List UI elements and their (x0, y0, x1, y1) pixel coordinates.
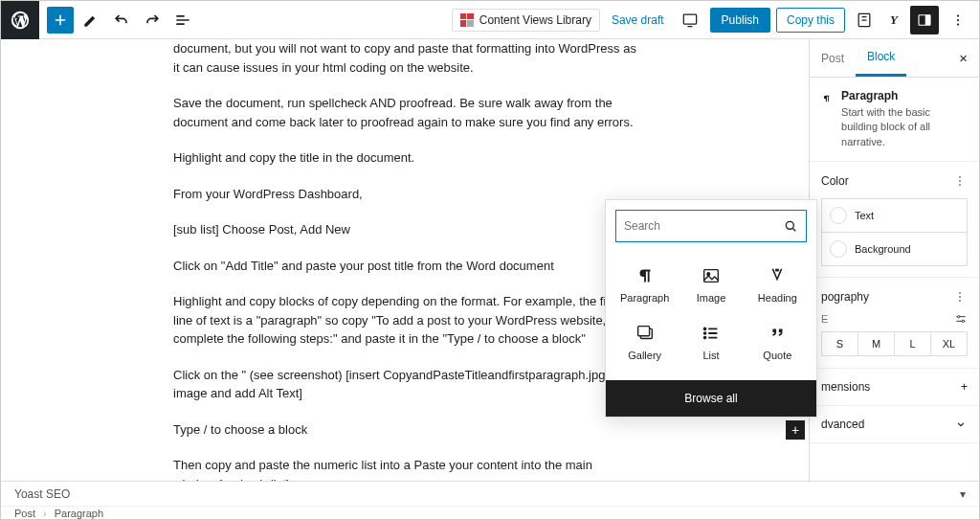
redo-icon[interactable] (139, 7, 166, 34)
svg-point-11 (959, 296, 961, 298)
tab-post[interactable]: Post (810, 41, 856, 76)
caret-down-icon[interactable]: ▾ (960, 487, 966, 501)
svg-point-23 (704, 337, 706, 339)
add-block-button[interactable] (47, 7, 74, 34)
more-options-icon[interactable] (945, 7, 971, 34)
browse-all-button[interactable]: Browse all (606, 380, 816, 417)
color-panel-header[interactable]: Color (821, 173, 968, 189)
inserter-image[interactable]: Image (678, 256, 744, 313)
search-icon (783, 218, 798, 234)
content-views-label: Content Views Library (479, 13, 591, 27)
size-l[interactable]: L (895, 332, 931, 355)
yoast-icon[interactable]: Y (883, 10, 904, 31)
paragraph-block[interactable]: document, but you will not want to copy … (173, 39, 636, 77)
size-s[interactable]: S (822, 332, 858, 355)
size-xl[interactable]: XL (931, 332, 967, 355)
empty-paragraph-placeholder[interactable]: Type / to choose a block (173, 420, 636, 440)
svg-point-4 (957, 14, 959, 16)
inserter-search[interactable] (615, 210, 807, 242)
wordpress-logo[interactable] (1, 1, 39, 39)
content-views-library-button[interactable]: Content Views Library (452, 9, 600, 32)
paragraph-icon (821, 89, 832, 108)
svg-point-12 (959, 300, 961, 302)
svg-point-5 (957, 18, 959, 20)
svg-rect-20 (637, 327, 649, 336)
font-size-presets: S M L XL (821, 331, 968, 356)
breadcrumb-paragraph[interactable]: Paragraph (55, 508, 103, 519)
plus-icon[interactable]: + (961, 380, 968, 394)
astra-settings-icon[interactable] (851, 7, 878, 34)
svg-point-13 (958, 316, 960, 318)
svg-point-7 (959, 176, 961, 178)
paragraph-block[interactable]: Highlight and copy the title in the docu… (173, 148, 636, 168)
paragraph-block[interactable]: Highlight and copy blocks of copy depend… (173, 292, 636, 349)
dimensions-panel-header[interactable]: mensions + (821, 380, 968, 394)
svg-point-21 (704, 328, 706, 330)
advanced-panel-header[interactable]: dvanced (821, 418, 968, 431)
settings-sidebar: Post Block × Paragraph Start with the ba… (809, 39, 979, 481)
copy-this-button[interactable]: Copy this (776, 8, 845, 33)
top-toolbar: Content Views Library Save draft Publish… (1, 1, 979, 39)
block-breadcrumb: Post › Paragraph (1, 506, 979, 519)
size-m[interactable]: M (858, 332, 895, 355)
svg-point-15 (786, 221, 793, 229)
inserter-list[interactable]: List (678, 313, 744, 371)
svg-point-9 (959, 184, 961, 186)
more-icon[interactable] (952, 289, 968, 305)
svg-point-10 (959, 292, 961, 294)
content-views-icon (460, 13, 474, 27)
paragraph-block[interactable]: Click on the " (see screenshot) [insert … (173, 366, 636, 403)
edit-mode-icon[interactable] (78, 7, 104, 34)
publish-button[interactable]: Publish (710, 8, 770, 33)
chevron-right-icon: › (43, 508, 47, 519)
svg-point-8 (959, 180, 961, 182)
preview-button[interactable] (676, 6, 704, 34)
paragraph-block[interactable]: Click on "Add Title" and paste your post… (173, 257, 636, 276)
svg-rect-0 (683, 14, 696, 24)
save-draft-button[interactable]: Save draft (606, 10, 670, 31)
sidebar-toggle-button[interactable] (910, 6, 939, 34)
close-sidebar-icon[interactable]: × (947, 50, 979, 66)
inserter-search-input[interactable] (624, 219, 783, 233)
background-color-button[interactable]: Background (821, 232, 968, 266)
svg-rect-16 (704, 270, 719, 283)
svg-rect-3 (925, 14, 930, 25)
yoast-seo-panel[interactable]: Yoast SEO ▾ (1, 481, 979, 506)
svg-rect-18 (775, 269, 779, 272)
document-overview-icon[interactable] (169, 7, 196, 34)
svg-point-6 (957, 23, 959, 25)
paragraph-block[interactable]: Save the document, run spellcheck AND pr… (173, 94, 636, 131)
inserter-heading[interactable]: Heading (745, 256, 811, 313)
inline-add-block-button[interactable]: + (786, 420, 805, 440)
undo-icon[interactable] (108, 7, 135, 34)
chevron-down-icon (954, 418, 968, 431)
svg-point-14 (962, 320, 964, 322)
svg-point-22 (704, 332, 706, 334)
paragraph-block[interactable]: Then copy and paste the numeric list int… (173, 456, 636, 481)
inserter-gallery[interactable]: Gallery (612, 313, 678, 371)
more-icon[interactable] (952, 173, 968, 189)
tab-block[interactable]: Block (856, 39, 906, 77)
block-name: Paragraph (841, 89, 968, 102)
settings-icon[interactable] (954, 312, 968, 326)
inserter-quote[interactable]: Quote (745, 313, 811, 371)
size-label: E (821, 313, 828, 325)
typography-panel-header[interactable]: pography (821, 289, 968, 305)
block-inserter-popover: Paragraph Image Heading Gallery List Quo… (605, 199, 817, 418)
paragraph-block[interactable]: From your WordPress Dashboard, (173, 185, 636, 204)
paragraph-block[interactable]: [sub list] Choose Post, Add New (173, 220, 636, 239)
block-description: Start with the basic building block of a… (841, 105, 968, 149)
breadcrumb-post[interactable]: Post (14, 508, 35, 519)
text-color-button[interactable]: Text (821, 198, 968, 233)
inserter-paragraph[interactable]: Paragraph (612, 256, 678, 313)
